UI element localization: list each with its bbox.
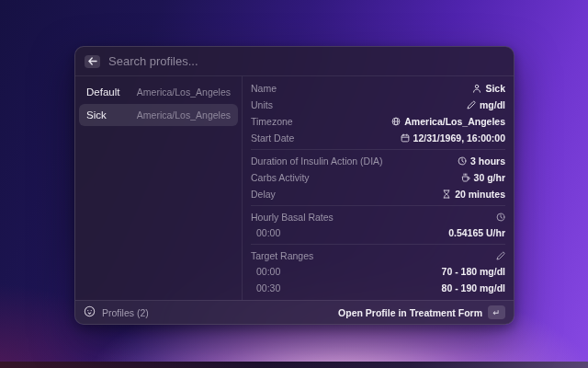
target-section-header: Target Ranges [251,247,505,263]
detail-row-units: Units mg/dl [251,97,505,113]
back-button[interactable] [85,55,100,68]
target-row: 00:00 70 - 180 mg/dl [251,263,505,280]
target-value: 80 - 190 mg/dl [442,282,505,293]
target-time: 00:00 [251,266,280,277]
row-value: 30 g/hr [474,172,505,183]
footer-bar: Profiles (2) Open Profile in Treatment F… [75,300,514,324]
row-value: mg/dl [480,99,505,110]
search-input[interactable] [108,54,504,68]
basal-section-header: Hourly Basal Rates [251,209,505,224]
target-time: 00:30 [251,282,280,293]
basal-value: 0.54165 U/hr [448,227,505,238]
detail-row-name: Name Sick [251,80,505,97]
clock-icon [496,213,505,222]
profile-search-window: Default America/Los_Angeles Sick America… [74,46,514,325]
clock-icon [458,156,467,166]
calendar-icon [401,133,410,143]
profile-detail-panel: Name Sick Units [243,76,514,300]
owl-logo-icon [84,305,96,321]
section-divider [251,149,505,150]
detail-row-timezone: Timezone America/Los_Angeles [251,113,505,130]
footer-source: Profiles (2) [84,305,149,321]
row-value: 12/31/1969, 16:00:00 [413,132,505,144]
row-value: 20 minutes [455,189,505,200]
hourglass-icon [442,190,451,199]
arrow-left-icon [88,57,97,65]
profile-timezone: America/Los_Angeles [137,109,231,121]
primary-action[interactable]: Open Profile in Treatment Form ↵ [338,305,505,319]
row-label: Delay [251,189,276,200]
profile-name: Sick [86,109,107,121]
row-value: America/Los_Angeles [404,116,505,127]
row-label: Timezone [251,116,293,127]
row-value: 3 hours [470,155,505,167]
row-label: Carbs Activity [251,172,310,183]
target-value: 70 - 180 mg/dl [442,266,505,277]
enter-key-icon: ↵ [488,305,505,319]
basal-time: 00:00 [251,227,280,238]
profile-timezone: America/Los_Angeles [137,86,231,98]
desktop-dock-strip [0,362,588,368]
list-item-default[interactable]: Default America/Los_Angeles [79,81,238,103]
section-title: Hourly Basal Rates [251,212,334,223]
pencil-icon [496,251,505,260]
detail-row-dia: Duration of Insulin Action (DIA) 3 hours [251,153,505,169]
section-divider [251,244,505,245]
section-divider [251,205,505,206]
row-label: Duration of Insulin Action (DIA) [251,155,383,167]
row-value: Sick [485,83,505,94]
mug-icon [461,173,470,182]
globe-icon [391,117,401,126]
row-label: Start Date [251,132,294,144]
detail-row-carbs: Carbs Activity 30 g/hr [251,169,505,186]
pencil-icon [467,100,476,109]
basal-row: 00:00 0.54165 U/hr [251,224,505,241]
row-label: Units [251,99,273,110]
row-label: Name [251,83,277,94]
target-row: 00:30 80 - 190 mg/dl [251,280,505,296]
section-title: Target Ranges [251,250,313,261]
footer-source-label: Profiles (2) [102,307,149,318]
primary-action-label: Open Profile in Treatment Form [338,307,482,318]
main-content: Default America/Los_Angeles Sick America… [75,76,514,300]
detail-row-start-date: Start Date 12/31/1969, 16:00:00 [251,130,505,146]
list-item-sick[interactable]: Sick America/Los_Angeles [79,104,238,126]
person-icon [472,84,481,93]
detail-row-delay: Delay 20 minutes [251,186,505,202]
profile-list: Default America/Los_Angeles Sick America… [75,76,243,300]
search-header [75,47,514,76]
profile-name: Default [86,86,119,98]
